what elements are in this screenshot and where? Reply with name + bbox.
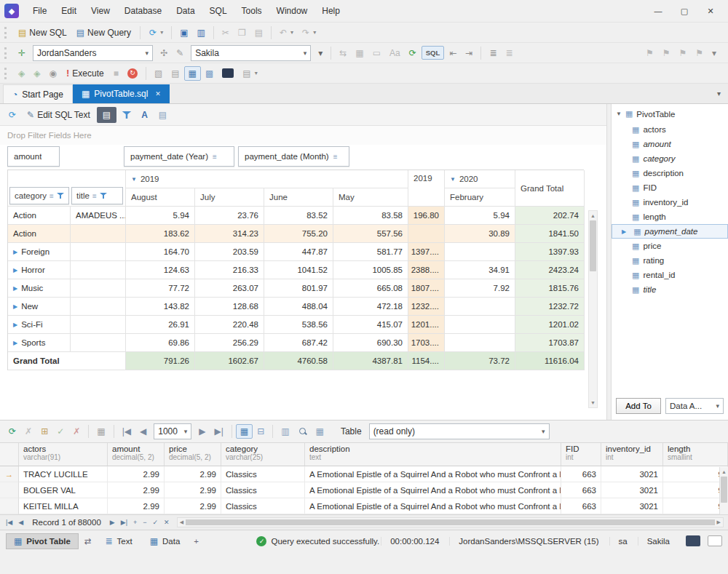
collapse-icon[interactable]: ▼ [450, 176, 456, 183]
refresh-database-list-button[interactable]: ✣ [156, 46, 172, 60]
filter-icon[interactable] [100, 192, 107, 199]
data-field-amount[interactable]: amount [7, 146, 60, 167]
expand-icon[interactable]: ▶ [13, 267, 17, 274]
column-header-category[interactable]: categoryvarchar(25) [221, 443, 305, 466]
stop-button[interactable]: ■ [109, 66, 123, 81]
column-header-price[interactable]: pricedecimal(5, 2) [165, 443, 221, 466]
refresh-pivot-button[interactable]: ⟳ [4, 108, 20, 122]
grid-view-button[interactable]: ▦ [236, 424, 253, 439]
new-connection-button[interactable]: ✛ [14, 46, 30, 60]
toolbar-grip[interactable] [4, 68, 9, 79]
tree-item-category[interactable]: ▦category [612, 151, 728, 166]
close-button[interactable]: ✕ [697, 4, 724, 19]
pivot-category-cell[interactable]: ▶New [8, 298, 71, 316]
tab-pivottable-sql[interactable]: ▦ PivotTable.sql ✕ [73, 84, 170, 103]
query-profiler-button[interactable]: ▧ [150, 66, 167, 81]
edit-connection-button[interactable]: ✎ [172, 46, 188, 60]
pivot-colheader-month[interactable]: July [195, 188, 264, 207]
show-data-toggle[interactable]: ▤ [97, 107, 116, 123]
expand-icon[interactable]: ▶ [13, 249, 17, 255]
collapse-icon[interactable]: ▼ [616, 111, 622, 117]
delete-record-button[interactable]: − [140, 518, 149, 527]
paging-options-button[interactable]: ▦ [92, 424, 109, 439]
tree-item-inventory_id[interactable]: ▦inventory_id [612, 195, 728, 210]
scrollbar-thumb[interactable] [590, 220, 596, 271]
pivot-colheader-month[interactable]: June [264, 188, 333, 207]
post-record-button[interactable]: ✓ [150, 518, 162, 527]
tree-item-length[interactable]: ▦length [612, 210, 728, 224]
pivot-category-cell[interactable]: ▶Sci-Fi [8, 316, 71, 334]
export-data-button[interactable]: ▦ [312, 424, 328, 439]
table-combobox[interactable]: (read only) ▾ [369, 423, 550, 439]
pivot-category-cell[interactable]: Action [8, 225, 71, 243]
refresh-schema-button[interactable]: ⟳ [405, 46, 421, 60]
new-query-button[interactable]: ▤ New Query [72, 25, 135, 41]
menu-help[interactable]: Help [315, 3, 347, 19]
menu-edit[interactable]: Edit [55, 3, 83, 19]
profiler-button[interactable]: ◈ [29, 66, 44, 81]
swap-views-icon[interactable]: ⇄ [80, 533, 96, 549]
drop-filter-area[interactable]: Drop Filter Fields Here [0, 126, 606, 145]
tree-item-FID[interactable]: ▦FID [612, 180, 728, 195]
save-button[interactable]: ▣ [175, 25, 192, 40]
scroll-right-icon[interactable]: ▶ [715, 519, 723, 525]
edit-sql-text-button[interactable]: ✎ Edit SQL Text [23, 107, 95, 123]
chevron-down-icon[interactable]: ▾ [160, 29, 163, 36]
multi-grid-button[interactable]: ▩ [201, 66, 218, 81]
column-field-month[interactable]: payment_date (Month) ≡ [238, 146, 349, 167]
monitor-icon[interactable] [686, 535, 700, 546]
scroll-up-icon[interactable]: ▲ [590, 211, 596, 220]
view-tab-pivot-table[interactable]: ▦ Pivot Table [6, 533, 79, 549]
menu-file[interactable]: File [26, 3, 53, 19]
menu-sql[interactable]: SQL [203, 3, 234, 19]
image-export-button[interactable]: ▣ [218, 65, 238, 81]
paste-button[interactable]: ▤ [250, 25, 267, 40]
redo-button[interactable]: ↷▾ [298, 25, 320, 40]
grid-vertical-scrollbar[interactable]: ▲ [719, 467, 728, 514]
menu-database[interactable]: Database [118, 3, 168, 19]
tree-item-payment_date[interactable]: ▶▦payment_date [612, 224, 728, 239]
next-page-button[interactable]: ▶ [194, 424, 210, 439]
table-row[interactable]: BOLGER VAL2.992.99ClassicsA Emotional Ep… [0, 482, 728, 498]
chevron-down-icon[interactable]: ▾ [313, 29, 316, 36]
compare-button[interactable]: ⇆ [335, 46, 351, 60]
maximize-button[interactable]: ▢ [671, 4, 697, 19]
scroll-down-icon[interactable]: ▼ [590, 398, 596, 407]
first-page-button[interactable]: |◀ [118, 424, 135, 439]
copy-button[interactable]: ❐ [234, 25, 250, 40]
toolbar-grip[interactable] [4, 27, 9, 39]
database-combobox[interactable]: Sakila ▾ [191, 45, 311, 61]
insert-record-button[interactable]: + [130, 518, 140, 527]
column-header-amount[interactable]: amountdecimal(5, 2) [108, 443, 165, 466]
execution-plan-button[interactable]: ▤ [167, 66, 183, 81]
column-header-FID[interactable]: FIDint [561, 443, 601, 466]
area-combobox[interactable]: Data A... ▾ [665, 398, 724, 414]
format-button[interactable]: A [137, 108, 152, 122]
indent-button[interactable]: ⇥ [461, 46, 477, 60]
scroll-up-icon[interactable]: ▲ [721, 467, 727, 477]
column-header-inventory_id[interactable]: inventory_idint [601, 443, 663, 466]
cut-button[interactable]: ✂ [218, 25, 234, 40]
save-all-button[interactable]: ▥ [193, 25, 210, 40]
chevron-down-icon[interactable]: ▾ [304, 49, 307, 57]
close-tab-icon[interactable]: ✕ [155, 90, 161, 97]
search-button[interactable] [294, 424, 312, 439]
cancel-changes-button[interactable]: ✗ [68, 424, 84, 439]
menu-tools[interactable]: Tools [235, 3, 269, 19]
pivot-colheader-2020[interactable]: ▼ 2020 [445, 170, 515, 188]
column-picker-button[interactable]: ▥ [277, 424, 293, 439]
pivot-colheader-february[interactable]: February [445, 188, 515, 207]
chevron-down-icon[interactable]: ▾ [255, 70, 258, 76]
session-dropdown-button[interactable]: ▾ [314, 46, 327, 60]
pivot-category-cell[interactable]: ▶Sports [8, 334, 71, 352]
pivot-colheader-month[interactable]: May [333, 188, 408, 207]
expand-icon[interactable]: ▶ [13, 322, 17, 328]
connection-combobox[interactable]: JordanSanders ▾ [33, 45, 153, 61]
uncomment-button[interactable]: ≣ [501, 46, 517, 60]
tab-list-icon[interactable]: ▾ [717, 89, 721, 97]
chevron-down-icon[interactable]: ▾ [542, 428, 545, 435]
view-tab-data[interactable]: ▦ Data [142, 533, 189, 549]
next-bookmark-button[interactable]: ⚑ [674, 46, 691, 60]
scrollbar-thumb[interactable] [186, 519, 715, 525]
outdent-button[interactable]: ⇤ [445, 46, 461, 60]
